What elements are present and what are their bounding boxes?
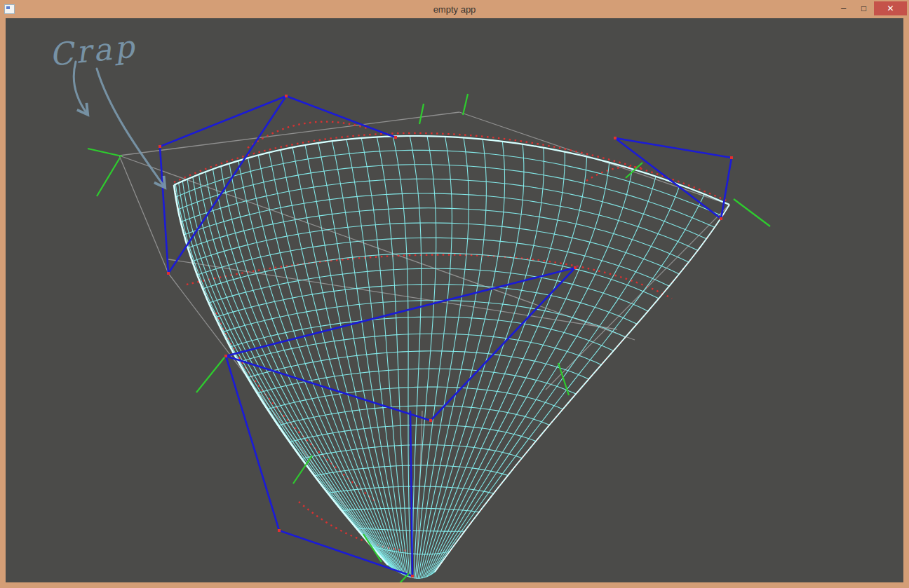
annotation-arrow-long <box>97 69 164 186</box>
maximize-button[interactable]: □ <box>854 1 874 15</box>
minimize-button[interactable]: – <box>833 1 854 15</box>
window-title: empty app <box>0 4 909 15</box>
scene-svg: Crap <box>6 18 903 582</box>
titlebar[interactable]: empty app – □ ✕ <box>0 0 909 18</box>
viewport-3d[interactable]: Crap <box>6 18 903 582</box>
app-icon <box>4 4 15 14</box>
wireframe-surface <box>88 94 770 582</box>
close-button[interactable]: ✕ <box>874 1 907 15</box>
annotation-text: Crap <box>48 28 139 73</box>
app-window: empty app – □ ✕ Crap <box>0 0 909 588</box>
annotation: Crap <box>48 28 164 186</box>
window-controls: – □ ✕ <box>833 0 909 18</box>
